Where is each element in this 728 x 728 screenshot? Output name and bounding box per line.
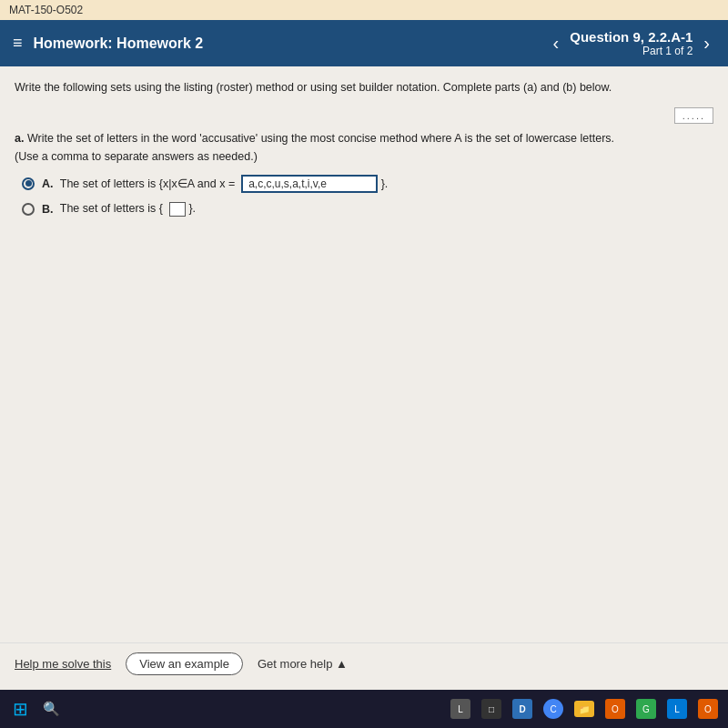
bottom-bar: Help me solve this View an example Get m… [0, 642, 728, 690]
view-example-button[interactable]: View an example [126, 652, 243, 675]
part-a-instructions: a. Write the set of letters in the word … [15, 129, 713, 166]
part-label: Part 1 of 2 [570, 45, 693, 57]
dots-box: ..... [674, 107, 713, 124]
windows-start-icon[interactable]: ⊞ [7, 696, 33, 722]
option-a-text: The set of letters is {x|x∈A and x = a,c… [57, 175, 389, 193]
help-me-solve-button[interactable]: Help me solve this [15, 657, 111, 671]
main-content: Write the following sets using the listi… [0, 66, 728, 642]
taskbar-icon-1[interactable]: L [448, 696, 473, 722]
question-info: Question 9, 2.2.A-1 Part 1 of 2 [570, 29, 693, 57]
option-b-row: B. The set of letters is { }. [22, 202, 713, 217]
taskbar-icon-folder[interactable]: 📁 [571, 696, 597, 722]
part-a-text: Write the set of letters in the word 'ac… [27, 132, 614, 145]
option-a-prefix: The set of letters is {x|x∈A and x = [57, 177, 238, 190]
option-b-prefix: The set of letters is { [57, 202, 167, 215]
course-code-bar: MAT-150-O502 [0, 0, 728, 20]
radio-a[interactable] [22, 177, 35, 190]
taskbar-icon-green[interactable]: G [633, 696, 659, 722]
course-code: MAT-150-O502 [9, 4, 83, 16]
taskbar: ⊞ 🔍 L □ D C 📁 O G L O [0, 690, 728, 728]
part-a-note: (Use a comma to separate answers as need… [15, 150, 258, 163]
menu-icon[interactable]: ≡ [13, 34, 23, 53]
option-b-label: B. [42, 203, 54, 216]
taskbar-icon-last[interactable]: O [695, 696, 721, 722]
get-more-help-button[interactable]: Get more help ▲ [258, 657, 348, 671]
instructions-text: Write the following sets using the listi… [15, 79, 713, 96]
option-a-suffix: }. [381, 177, 389, 190]
radio-b[interactable] [22, 203, 35, 216]
option-b-suffix: }. [188, 202, 196, 215]
taskbar-icon-orange[interactable]: O [602, 696, 628, 722]
option-a-row: A. The set of letters is {x|x∈A and x = … [22, 175, 713, 193]
next-button[interactable]: › [698, 31, 715, 56]
prev-button[interactable]: ‹ [548, 31, 565, 56]
header-navigation: ‹ Question 9, 2.2.A-1 Part 1 of 2 › [548, 29, 715, 57]
search-taskbar-icon[interactable]: 🔍 [38, 696, 64, 722]
homework-title: Homework: Homework 2 [34, 35, 548, 52]
option-a-input[interactable]: a,c,c,u,s,a,t,i,v,e [241, 175, 378, 193]
question-label: Question 9, 2.2.A-1 [570, 29, 693, 45]
part-a-label: a. [15, 132, 24, 145]
option-b-input[interactable] [169, 202, 186, 217]
taskbar-icon-2[interactable]: □ [479, 696, 504, 722]
taskbar-icon-chrome[interactable]: C [541, 696, 566, 722]
taskbar-icon-l[interactable]: L [664, 696, 690, 722]
dots-row: ..... [15, 107, 713, 124]
taskbar-icon-edge[interactable]: D [510, 696, 535, 722]
option-a-label: A. [42, 177, 54, 190]
option-b-text: The set of letters is { }. [57, 202, 197, 217]
options-container: A. The set of letters is {x|x∈A and x = … [22, 175, 713, 217]
header-bar: ≡ Homework: Homework 2 ‹ Question 9, 2.2… [0, 20, 728, 66]
